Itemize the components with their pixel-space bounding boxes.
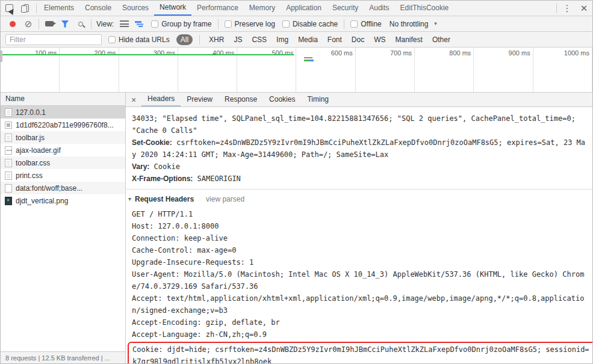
filter-type-other[interactable]: Other xyxy=(430,35,453,45)
devtools-tabbar: Elements Console Sources Network Perform… xyxy=(1,1,592,16)
group-by-frame-option[interactable]: Group by frame xyxy=(148,20,214,28)
waterfall-view-icon xyxy=(135,20,144,27)
filter-type-ws[interactable]: WS xyxy=(371,35,388,45)
detail-tab-preview[interactable]: Preview xyxy=(181,93,219,106)
preserve-log-option[interactable]: Preserve log xyxy=(222,20,278,28)
filter-type-css[interactable]: CSS xyxy=(249,35,269,45)
overview-waterfall-bar-green xyxy=(304,60,309,61)
filter-bar: Hide data URLs All XHR JS CSS Img Media … xyxy=(1,32,592,48)
more-options-button[interactable]: ⋮ xyxy=(559,1,576,16)
raw-request-line: Cache-Control: max-age=0 xyxy=(132,244,586,256)
clear-button[interactable]: ⊘ xyxy=(21,17,36,31)
header-name: Vary: xyxy=(132,162,149,171)
device-toolbar-button[interactable] xyxy=(17,1,34,16)
filter-type-media[interactable]: Media xyxy=(296,35,320,45)
filter-type-manifest[interactable]: Manifest xyxy=(393,35,425,45)
offline-checkbox[interactable] xyxy=(350,20,358,28)
inspect-element-button[interactable] xyxy=(1,1,17,16)
request-row-127001[interactable]: 127.0.0.1 xyxy=(1,106,125,119)
response-header-vary: Vary: Cookie xyxy=(132,161,586,173)
raw-request-line: Host: 127.0.0.1:8000 xyxy=(132,220,586,232)
header-name: X-Frame-Options: xyxy=(132,174,193,183)
filter-type-img[interactable]: Img xyxy=(274,35,291,45)
preserve-log-checkbox[interactable] xyxy=(225,20,232,28)
disable-cache-option[interactable]: Disable cache xyxy=(279,20,341,28)
request-row-image[interactable]: 1d1df6220ab711e9996760f8... xyxy=(1,119,125,131)
offline-option[interactable]: Offline xyxy=(347,20,384,28)
triangle-down-icon: ▾ xyxy=(128,193,131,205)
load-event-line xyxy=(1,54,294,55)
tab-sources[interactable]: Sources xyxy=(117,1,154,16)
timeline-tick: 600 ms xyxy=(296,48,355,92)
request-name: toolbar.js xyxy=(16,134,45,142)
view-parsed-link[interactable]: view parsed xyxy=(206,193,244,205)
response-header-x-frame-options: X-Frame-Options: SAMEORIGIN xyxy=(132,173,586,185)
search-icon xyxy=(78,22,83,26)
request-name: 127.0.0.1 xyxy=(16,108,46,117)
divider xyxy=(556,4,557,13)
tab-security[interactable]: Security xyxy=(327,1,364,16)
view-waterfall-button[interactable] xyxy=(132,17,147,31)
kebab-menu-icon: ⋮ xyxy=(563,3,572,14)
document-icon xyxy=(5,171,12,180)
request-row-ajaxloader[interactable]: ajax-loader.gif xyxy=(1,144,125,156)
resource-type-filters: All XHR JS CSS Img Media Font Doc WS Man… xyxy=(176,34,453,45)
divider xyxy=(218,19,219,29)
network-toolbar: ⊘ View: Group by frame Preserve log Disa… xyxy=(1,16,592,32)
request-row-toolbarjs[interactable]: toolbar.js xyxy=(1,131,125,144)
tab-audits[interactable]: Audits xyxy=(364,1,394,16)
request-row-printcss[interactable]: print.css xyxy=(1,169,125,182)
view-list-button[interactable] xyxy=(117,17,131,31)
close-detail-button[interactable]: × xyxy=(126,95,141,105)
tab-console[interactable]: Console xyxy=(79,1,117,16)
request-row-datafont[interactable]: data:font/woff;base... xyxy=(1,182,125,194)
requests-panel: Name 127.0.0.1 1d1df6220ab711e9996760f8.… xyxy=(1,93,126,364)
group-by-frame-checkbox[interactable] xyxy=(151,20,158,28)
search-button[interactable] xyxy=(73,17,88,31)
device-toolbar-icon xyxy=(23,4,29,12)
filter-type-js[interactable]: JS xyxy=(231,35,244,45)
detail-tab-timing[interactable]: Timing xyxy=(301,93,335,106)
capture-screenshots-button[interactable] xyxy=(42,17,57,31)
close-devtools-button[interactable]: ✕ xyxy=(576,1,592,16)
tab-memory[interactable]: Memory xyxy=(244,1,281,16)
funnel-filter-icon xyxy=(61,20,69,28)
divider xyxy=(39,19,39,29)
request-row-djdtpng[interactable]: djdt_vertical.png xyxy=(1,194,125,207)
detail-tab-cookies[interactable]: Cookies xyxy=(263,93,301,106)
image-icon xyxy=(5,122,12,129)
request-detail-pane: × Headers Preview Response Cookies Timin… xyxy=(126,93,592,364)
filter-input[interactable] xyxy=(5,34,102,45)
throttling-dropdown[interactable]: No throttling ▼ xyxy=(386,20,442,28)
disable-cache-checkbox[interactable] xyxy=(282,20,290,28)
filter-type-xhr[interactable]: XHR xyxy=(206,35,226,45)
filter-toggle-button[interactable] xyxy=(58,17,72,31)
list-view-icon xyxy=(120,20,129,27)
tab-network[interactable]: Network xyxy=(154,1,191,16)
tab-editthiscookie[interactable]: EditThisCookie xyxy=(395,1,455,16)
filter-type-all[interactable]: All xyxy=(176,34,193,45)
request-row-toolbarcss[interactable]: toolbar.css xyxy=(1,156,125,169)
request-headers-section-header[interactable]: ▾ Request Headers view parsed xyxy=(128,193,586,205)
document-icon xyxy=(5,108,12,117)
tab-application[interactable]: Application xyxy=(281,1,327,16)
hide-data-urls-option[interactable]: Hide data URLs xyxy=(105,35,173,44)
hide-data-urls-label: Hide data URLs xyxy=(119,35,170,44)
response-header-set-cookie: Set-Cookie: csrftoken=z4sDnWBZDz5Y9zIvr0… xyxy=(132,137,586,161)
name-column-header[interactable]: Name xyxy=(1,93,125,106)
network-overview-timeline[interactable]: 100 ms 200 ms 300 ms 400 ms 500 ms 600 m… xyxy=(1,48,592,93)
detail-tab-headers[interactable]: Headers xyxy=(141,93,181,106)
record-button[interactable] xyxy=(5,17,20,31)
tab-performance[interactable]: Performance xyxy=(191,1,244,16)
request-name: 1d1df6220ab711e9996760f8... xyxy=(16,121,114,129)
hide-data-urls-checkbox[interactable] xyxy=(108,36,116,43)
response-header-overflow: 34033; "Elapsed time", SQLPanel_sql_time… xyxy=(132,113,586,137)
section-title: Request Headers xyxy=(135,193,194,205)
timeline-tick: 1000 ms xyxy=(533,48,592,92)
filter-type-doc[interactable]: Doc xyxy=(349,35,367,45)
detail-tab-response[interactable]: Response xyxy=(219,93,263,106)
tab-elements[interactable]: Elements xyxy=(39,1,79,16)
filter-type-font[interactable]: Font xyxy=(325,35,344,45)
network-main-area: Name 127.0.0.1 1d1df6220ab711e9996760f8.… xyxy=(1,93,592,364)
raw-request-line: User-Agent: Mozilla/5.0 (Macintosh; Inte… xyxy=(132,268,586,292)
